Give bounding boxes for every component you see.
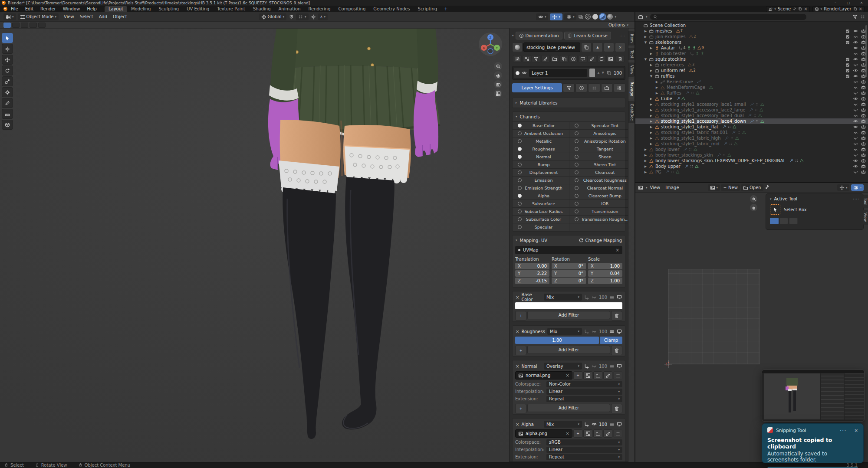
render-visibility-toggle[interactable] [860, 136, 866, 141]
rotation-y-field[interactable]: Y0° [552, 270, 586, 277]
proportional-edit-icon[interactable] [311, 14, 316, 20]
outliner-row-body-lower-stockings-skin[interactable]: ▶body lower_stockings_skin [635, 152, 868, 158]
expand-icon[interactable]: ▶ [649, 137, 653, 140]
outliner-row-stocking-style1-fabric-mid[interactable]: ▶stocking_style1_fabric_mid [635, 141, 868, 147]
move-down-button[interactable]: ▼ [604, 43, 614, 52]
outliner-filter-icon[interactable] [852, 14, 858, 20]
collection-checkbox[interactable] [845, 63, 851, 67]
expand-icon[interactable]: ▶ [655, 92, 659, 95]
outliner-row-stocking-style1-fabric-flat[interactable]: ▶stocking_style1_fabric_flat [635, 124, 868, 130]
colorspace-dropdown[interactable]: sRGB▾ [546, 439, 622, 445]
expand-icon[interactable]: ▼ [644, 58, 648, 61]
outliner-editor-icon[interactable] [638, 14, 643, 20]
viewport-menu-add[interactable]: Add [99, 14, 107, 19]
expand-icon[interactable]: ▶ [655, 86, 659, 89]
select-mode-intersect-button[interactable] [38, 23, 46, 28]
camera-view-button[interactable] [494, 80, 502, 88]
collection-checkbox[interactable] [845, 35, 851, 39]
channel-displacement[interactable]: Displacement [513, 169, 569, 177]
pack-image-button[interactable] [613, 429, 622, 438]
link-icon[interactable] [584, 295, 589, 300]
channel-subsurface[interactable]: Subsurface [513, 200, 569, 208]
tool-measure[interactable] [2, 109, 13, 119]
trash-button[interactable] [616, 55, 625, 62]
channel-clearcoat-bump[interactable]: Clearcoat Bump [569, 192, 628, 200]
translation-y-field[interactable]: Y-2.22 [515, 270, 549, 277]
collection-checkbox[interactable] [845, 40, 851, 45]
monitor-icon[interactable] [617, 422, 622, 427]
overlays-dropdown[interactable]: ▾ [564, 13, 577, 20]
channel-sheen[interactable]: Sheen [569, 153, 628, 161]
scale-z-field[interactable]: Z1.00 [588, 278, 622, 284]
channel-base-color[interactable]: Base Color [513, 122, 569, 130]
open-image-button[interactable]: Open [741, 184, 763, 191]
channel-radio[interactable] [518, 225, 522, 229]
link-icon[interactable] [584, 363, 589, 369]
options-dropdown[interactable]: Options▾ [608, 23, 628, 27]
visibility-toggle[interactable] [852, 170, 858, 174]
unpack-image-button[interactable] [583, 371, 592, 380]
layer-name-field[interactable]: Layer 1 [529, 69, 587, 77]
expand-icon[interactable]: ▶ [644, 35, 648, 39]
close-button[interactable]: × [855, 0, 868, 6]
falloff-dropdown[interactable]: ∧▾ [318, 13, 328, 20]
zoom-view-button[interactable] [494, 62, 502, 70]
channel-radio[interactable] [575, 186, 579, 190]
expand-icon[interactable]: ▶ [644, 170, 648, 174]
channel-radio[interactable] [518, 163, 522, 167]
visibility-toggle[interactable] [852, 108, 858, 112]
menu-help[interactable]: Help [87, 7, 97, 11]
render-visibility-toggle[interactable] [860, 158, 866, 163]
channel-radio[interactable] [518, 178, 522, 182]
channel-radio[interactable] [575, 155, 579, 159]
pan-view-button[interactable] [494, 71, 502, 79]
channel-radio[interactable] [518, 209, 522, 213]
material-libraries-header[interactable]: ▸Material Libraries [513, 98, 625, 108]
visibility-toggle[interactable] [852, 79, 858, 84]
gizmos-dropdown[interactable]: ▾ [550, 13, 562, 20]
expand-icon[interactable]: ▶ [649, 52, 653, 56]
notification-menu-button[interactable]: ··· [840, 428, 847, 433]
outliner-row-ruffles[interactable]: ▼ruffles [635, 73, 868, 79]
channel-radio[interactable] [575, 217, 579, 221]
channel-radio[interactable] [518, 147, 522, 151]
outliner-row-avatar[interactable]: ▶Avatar49 [635, 45, 868, 51]
expand-icon[interactable]: ▶ [649, 108, 653, 112]
scale-x-field[interactable]: X1.00 [588, 263, 622, 269]
channel-subsurface-color[interactable]: Subsurface Color [513, 216, 569, 223]
visibility-toggle[interactable] [852, 164, 858, 169]
pan-image-button[interactable] [750, 204, 757, 211]
copy-scene-icon[interactable] [798, 7, 802, 11]
tool-cursor[interactable] [2, 44, 13, 54]
remove-layer-icon[interactable]: × [859, 7, 862, 11]
channel-clearcoat[interactable]: Clearcoat [569, 169, 628, 177]
delete-filter-button[interactable] [611, 311, 622, 321]
workspace-tab-compositing[interactable]: Compositing [335, 6, 370, 12]
xray-toggle-icon[interactable] [578, 14, 583, 20]
mode-subtract-button[interactable] [789, 218, 798, 224]
expand-icon[interactable]: ▶ [649, 46, 653, 50]
channel-anisotropic-rotation[interactable]: Anisotropic Rotation [569, 137, 628, 145]
add-filter-plus-button[interactable]: + [515, 346, 526, 355]
remove-material-button[interactable]: × [615, 43, 625, 52]
learn-course-button[interactable]: Learn & Course [564, 32, 611, 39]
visibility-toggle[interactable] [852, 62, 858, 67]
channel-radio[interactable] [518, 124, 522, 128]
add-filter-plus-button[interactable]: + [515, 404, 526, 413]
outliner-row-stocking-style1-fabric-high[interactable]: ▶stocking_style1_fabric_high [635, 135, 868, 141]
render-visibility-toggle[interactable] [860, 141, 866, 146]
outliner-options-icon[interactable] [860, 14, 865, 20]
channel-radio[interactable] [518, 194, 522, 198]
translation-x-field[interactable]: X0.00 [515, 263, 549, 269]
mask-button[interactable] [569, 55, 578, 62]
channel-sheen-tint[interactable]: Sheen Tint [569, 161, 628, 169]
blender-menu-icon[interactable] [3, 7, 7, 11]
channel-ambient-occlusion[interactable]: Ambient Occlusion [513, 130, 569, 137]
shading-material-button[interactable] [600, 14, 605, 20]
workspace-tab-shading[interactable]: Shading [249, 6, 275, 12]
outliner-row-boob-tester[interactable]: ▶boob tester [635, 51, 868, 56]
clear-image-icon[interactable]: × [566, 431, 569, 436]
expand-icon[interactable]: ▶ [649, 97, 653, 101]
channel-radio[interactable] [575, 139, 579, 143]
add-layer-button[interactable] [513, 55, 522, 62]
